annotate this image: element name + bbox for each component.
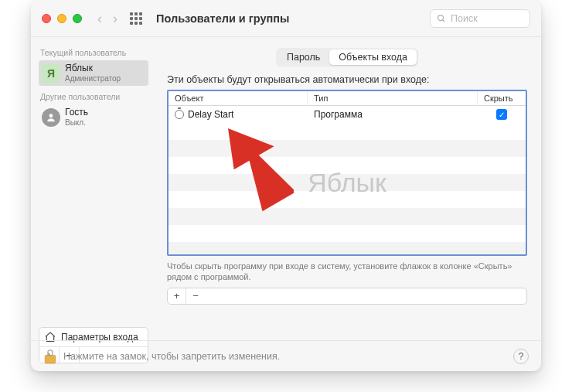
svg-line-1 — [443, 19, 445, 22]
user-name: Гость — [65, 107, 88, 118]
column-object[interactable]: Объект — [169, 91, 308, 105]
svg-point-2 — [49, 114, 53, 118]
show-all-icon[interactable] — [130, 12, 142, 25]
window-controls — [42, 14, 82, 23]
tabs: Пароль Объекты входа — [167, 48, 527, 66]
main-pane: Пароль Объекты входа Эти объекты будут о… — [156, 37, 541, 371]
stopwatch-icon — [175, 110, 184, 119]
zoom-icon[interactable] — [73, 14, 82, 23]
svg-point-0 — [438, 15, 444, 20]
lock-icon[interactable] — [43, 348, 57, 365]
item-type: Программа — [308, 109, 478, 120]
hide-checkbox[interactable]: ✓ — [496, 109, 507, 120]
tab-login-items[interactable]: Объекты входа — [329, 49, 417, 65]
close-icon[interactable] — [42, 14, 51, 23]
user-name: Яблык — [65, 63, 121, 74]
table-body-empty: Яблык — [169, 123, 526, 254]
column-hide[interactable]: Скрыть — [478, 91, 526, 105]
table-row[interactable]: Delay Start Программа ✓ — [169, 106, 526, 123]
search-input[interactable] — [451, 13, 523, 24]
guest-icon — [42, 108, 60, 127]
users-sidebar: Текущий пользователь Я Яблык Администрат… — [31, 37, 156, 371]
user-role: Администратор — [65, 74, 121, 84]
column-type[interactable]: Тип — [308, 91, 478, 105]
forward-button[interactable]: › — [113, 12, 117, 26]
user-role: Выкл. — [65, 118, 88, 128]
description-text: Эти объекты будут открываться автоматиче… — [167, 74, 527, 85]
watermark: Яблык — [169, 168, 526, 198]
minimize-icon[interactable] — [57, 14, 66, 23]
nav-buttons: ‹ › — [97, 12, 117, 26]
remove-item-button[interactable]: − — [186, 288, 205, 304]
item-name: Delay Start — [188, 109, 233, 120]
table-header: Объект Тип Скрыть — [169, 91, 526, 106]
items-plus-minus: + − — [167, 288, 527, 305]
lock-text: Нажмите на замок, чтобы запретить измене… — [63, 351, 280, 362]
add-item-button[interactable]: + — [168, 288, 186, 304]
help-button[interactable]: ? — [513, 349, 529, 364]
preferences-window: ‹ › Пользователи и группы Текущий пользо… — [31, 0, 541, 371]
sidebar-item-current-user[interactable]: Я Яблык Администратор — [39, 60, 148, 86]
lock-bar: Нажмите на замок, чтобы запретить измене… — [31, 340, 541, 371]
other-users-label: Другие пользователи — [39, 92, 148, 104]
login-items-table: Объект Тип Скрыть Delay Start Программа … — [167, 90, 527, 256]
page-title: Пользователи и группы — [156, 12, 289, 25]
hint-text: Чтобы скрыть программу при входе в систе… — [167, 261, 527, 283]
search-icon — [437, 14, 446, 23]
tab-password[interactable]: Пароль — [277, 49, 329, 65]
avatar: Я — [42, 64, 60, 83]
current-user-label: Текущий пользователь — [39, 48, 148, 60]
back-button[interactable]: ‹ — [97, 12, 102, 26]
search-field[interactable] — [430, 9, 530, 28]
segmented-control: Пароль Объекты входа — [276, 48, 418, 66]
sidebar-item-guest[interactable]: Гость Выкл. — [39, 104, 148, 130]
titlebar: ‹ › Пользователи и группы — [31, 0, 541, 37]
